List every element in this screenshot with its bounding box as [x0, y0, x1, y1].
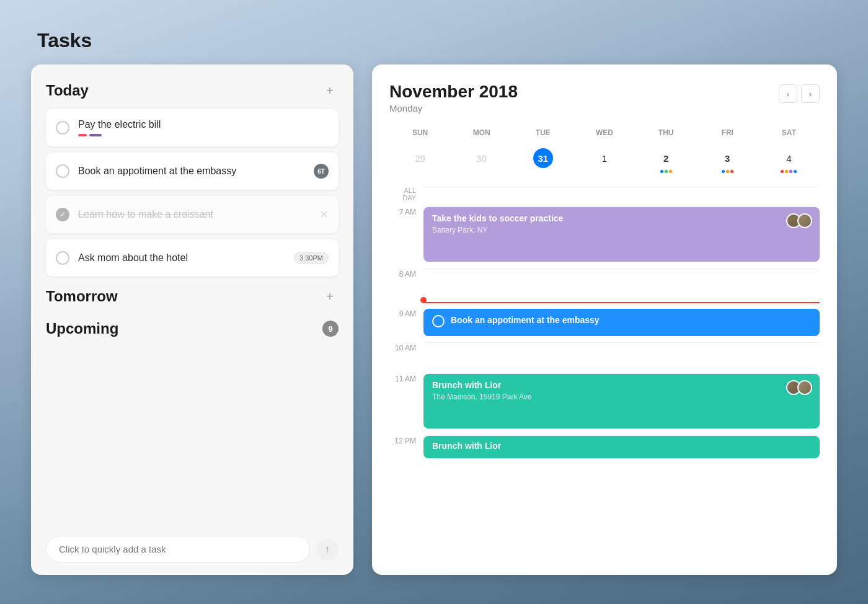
- event-embassy[interactable]: Book an appotiment at the embassy: [423, 309, 820, 336]
- task-text-completed: Learn how to make a croissant: [78, 209, 313, 220]
- dot: [781, 170, 784, 173]
- date-number: 1: [595, 148, 614, 168]
- calendar-panel: November 2018 Monday ‹ › SUN MON TUE WED…: [372, 64, 837, 575]
- task-checkbox[interactable]: [56, 121, 69, 135]
- task-checkbox[interactable]: [56, 164, 69, 178]
- time-label: 8 AM: [389, 269, 423, 278]
- task-item: Pay the electric bill: [46, 109, 339, 146]
- next-month-button[interactable]: ›: [801, 84, 820, 103]
- cal-date[interactable]: 1: [574, 144, 635, 177]
- event-subtitle: The Madison, 15919 Park Ave: [432, 393, 811, 401]
- time-label: 12 PM: [389, 435, 423, 445]
- priority-dot-purple: [89, 134, 102, 136]
- calendar-header: November 2018 Monday ‹ ›: [389, 82, 820, 113]
- cal-date[interactable]: 2: [636, 144, 697, 177]
- task-content: Book an appotiment at the embassy: [78, 166, 308, 177]
- all-day-row: ALL DAY: [389, 187, 820, 202]
- task-badge: 6T: [314, 164, 329, 179]
- task-priority-dots: [78, 134, 329, 136]
- quick-add-input[interactable]: [46, 536, 310, 562]
- quick-add-submit-button[interactable]: ↑: [316, 538, 339, 561]
- prev-month-button[interactable]: ‹: [779, 84, 797, 103]
- date-number: 4: [779, 148, 799, 168]
- cal-date[interactable]: 4: [758, 144, 820, 177]
- upcoming-section-header: Upcoming 9: [46, 320, 339, 337]
- calendar-body: ALL DAY 7 AM Take the kids to soccer pra…: [389, 187, 820, 562]
- task-time-badge: 3:30PM: [294, 252, 329, 264]
- add-today-button[interactable]: +: [321, 82, 339, 99]
- event-title: Take the kids to soccer practice: [432, 213, 811, 223]
- cal-day-wed: WED: [574, 126, 635, 140]
- cal-date[interactable]: 29: [389, 144, 451, 177]
- task-item: Book an appotiment at the embassy 6T: [46, 153, 339, 190]
- time-row-9am: 9 AM Book an appotiment at the embassy: [389, 308, 820, 342]
- time-row-12pm: 12 PM Brunch with Lior: [389, 435, 820, 466]
- avatar: [797, 380, 812, 395]
- time-label: 9 AM: [389, 308, 423, 318]
- task-checkbox[interactable]: [56, 251, 69, 265]
- dot: [722, 170, 725, 173]
- time-content: Book an appotiment at the embassy: [423, 308, 820, 342]
- event-soccer[interactable]: Take the kids to soccer practice Battery…: [423, 207, 820, 262]
- time-label: 11 AM: [389, 373, 423, 383]
- dot: [794, 170, 797, 173]
- time-content: Brunch with Lior: [423, 435, 820, 466]
- calendar-month-info: November 2018 Monday: [389, 82, 518, 113]
- date-dots: [660, 169, 672, 173]
- dot: [665, 170, 668, 173]
- today-label: Today: [46, 82, 89, 99]
- cal-day-sun: SUN: [389, 126, 451, 140]
- time-row-7am: 7 AM Take the kids to soccer practice Ba…: [389, 207, 820, 269]
- event-title: Brunch with Lior: [432, 380, 811, 390]
- date-number: 30: [472, 148, 492, 168]
- time-label: 10 AM: [389, 342, 423, 352]
- time-label: 7 AM: [389, 207, 423, 216]
- cal-date[interactable]: 30: [451, 144, 512, 177]
- time-content: Brunch with Lior The Madison, 15919 Park…: [423, 373, 820, 435]
- event-with-checkbox: Book an appotiment at the embassy: [432, 315, 811, 327]
- event-avatars: [786, 380, 812, 395]
- date-dots: [722, 169, 733, 173]
- event-task-checkbox[interactable]: [432, 315, 445, 327]
- priority-dot-red: [78, 134, 87, 136]
- tomorrow-section-header: Tomorrow +: [46, 288, 339, 305]
- cal-day-thu: THU: [636, 126, 697, 140]
- event-brunch-2[interactable]: Brunch with Lior: [423, 436, 820, 458]
- dot: [660, 170, 663, 173]
- task-text: Book an appotiment at the embassy: [78, 166, 308, 177]
- tasks-panel: Today + Pay the electric bill Book: [31, 64, 353, 575]
- calendar-nav: ‹ ›: [779, 84, 820, 103]
- event-title: Brunch with Lior: [432, 441, 811, 451]
- date-number: 29: [410, 148, 430, 168]
- time-row-11am: 11 AM Brunch with Lior The Madison, 1591…: [389, 373, 820, 435]
- all-day-label: ALL DAY: [389, 187, 423, 202]
- task-delete-button[interactable]: ✕: [319, 208, 329, 221]
- current-time-line: [423, 302, 820, 303]
- cal-day-sat: SAT: [758, 126, 820, 140]
- cal-day-fri: FRI: [697, 126, 758, 140]
- time-row-8am: 8 AM: [389, 269, 820, 300]
- add-tomorrow-button[interactable]: +: [321, 288, 339, 305]
- task-content: Pay the electric bill: [78, 119, 329, 136]
- task-checkbox-checked[interactable]: [56, 208, 69, 221]
- cal-day-mon: MON: [451, 126, 512, 140]
- calendar-grid: SUN MON TUE WED THU FRI SAT 29 30: [389, 126, 820, 177]
- app-title: Tasks: [31, 29, 837, 52]
- date-number: 2: [656, 148, 676, 168]
- cal-date[interactable]: 3: [697, 144, 758, 177]
- dot: [785, 170, 788, 173]
- date-number: 3: [717, 148, 737, 168]
- task-content: Ask mom about the hotel: [78, 252, 288, 264]
- task-content: Learn how to make a croissant: [78, 209, 313, 220]
- event-subtitle: Battery Park, NY: [432, 226, 811, 234]
- calendar-day-name: Monday: [389, 103, 518, 113]
- upcoming-label: Upcoming: [46, 320, 118, 337]
- cal-date-today[interactable]: 31: [512, 144, 574, 177]
- date-dots: [781, 169, 797, 173]
- current-time-line-container: [423, 300, 820, 306]
- event-brunch[interactable]: Brunch with Lior The Madison, 15919 Park…: [423, 374, 820, 429]
- task-text: Ask mom about the hotel: [78, 252, 288, 264]
- time-content: Take the kids to soccer practice Battery…: [423, 207, 820, 269]
- all-day-content: [423, 187, 820, 202]
- dot: [669, 170, 672, 173]
